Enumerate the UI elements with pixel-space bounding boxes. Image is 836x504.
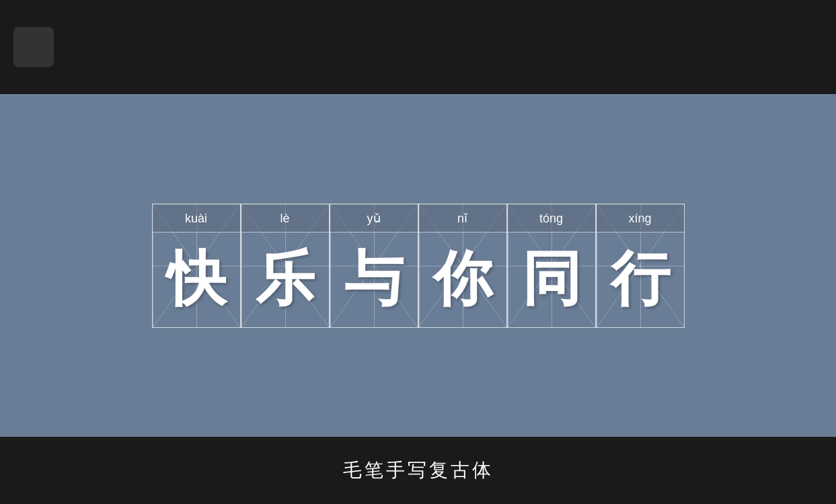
hanzi-container-2: 与 — [330, 233, 418, 327]
char-cell-5: xíng行 — [596, 204, 685, 328]
character-grid: kuài快lè乐yǔ与nǐ你tóng同xíng行 — [152, 204, 685, 328]
bottom-bar: 毛笔手写复古体 — [0, 437, 836, 504]
hanzi-container-1: 乐 — [241, 233, 329, 327]
char-cell-2: yǔ与 — [330, 204, 418, 328]
hanzi-container-4: 同 — [508, 233, 595, 327]
hanzi-text-1: 乐 — [256, 250, 315, 309]
char-cell-0: kuài快 — [152, 204, 241, 328]
main-content: kuài快lè乐yǔ与nǐ你tóng同xíng行 — [0, 94, 836, 437]
pinyin-0: kuài — [153, 204, 240, 233]
pinyin-1: lè — [241, 204, 329, 233]
pinyin-2: yǔ — [330, 204, 418, 233]
app-icon — [13, 27, 54, 67]
hanzi-text-0: 快 — [167, 250, 226, 309]
hanzi-container-5: 行 — [597, 233, 684, 327]
top-bar — [0, 0, 836, 94]
characters-wrapper: kuài快lè乐yǔ与nǐ你tóng同xíng行 — [152, 204, 685, 328]
hanzi-text-3: 你 — [433, 250, 492, 309]
hanzi-container-0: 快 — [153, 233, 240, 327]
hanzi-container-3: 你 — [419, 233, 506, 327]
hanzi-text-2: 与 — [344, 250, 404, 309]
hanzi-text-4: 同 — [522, 250, 581, 309]
char-cell-3: nǐ你 — [418, 204, 507, 328]
char-cell-4: tóng同 — [507, 204, 596, 328]
char-cell-1: lè乐 — [241, 204, 330, 328]
pinyin-3: nǐ — [419, 204, 506, 233]
pinyin-4: tóng — [508, 204, 595, 233]
font-name-label: 毛笔手写复古体 — [343, 458, 494, 483]
hanzi-text-5: 行 — [611, 250, 670, 309]
pinyin-5: xíng — [597, 204, 684, 233]
